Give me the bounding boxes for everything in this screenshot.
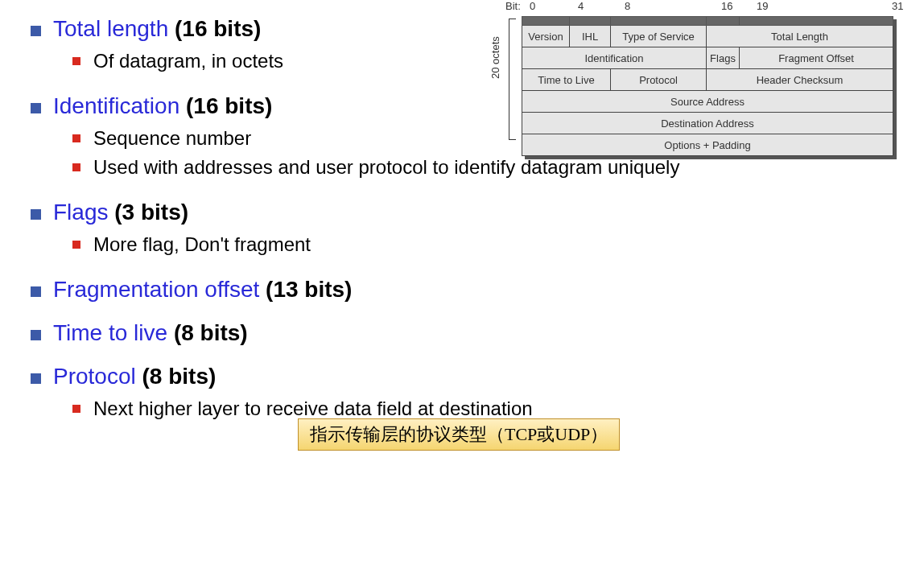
cell-protocol: Protocol [611,69,707,91]
field-bits: (8 bits) [142,364,217,389]
cell-identification: Identification [522,47,707,69]
field-title: Flags [53,200,108,225]
bit-8: 8 [625,0,630,12]
cell-fragment-offset: Fragment Offset [740,47,893,69]
bit-31: 31 [892,0,903,12]
cell-tos: Type of Service [611,26,707,47]
footnote-box: 指示传输层的协议类型（TCP或UDP） [298,418,620,451]
cell-version: Version [522,26,570,47]
field-heading: Fragmentation offset (13 bits) [53,277,900,303]
field-bits: (16 bits) [175,16,261,41]
cell-source-address: Source Address [522,91,893,113]
octet-label: 20 octets [489,36,501,79]
field-subitem: More flag, Don't fragment [72,230,900,259]
bit-label: Bit: [505,0,521,12]
cell-flags: Flags [707,47,740,69]
field-sublist: More flag, Don't fragment [72,230,900,259]
field-bits: (16 bits) [186,93,272,118]
cell-options-padding: Options + Padding [522,134,893,156]
cell-header-checksum: Header Checksum [707,69,893,91]
field-title: Total length [53,16,168,41]
field-title: Protocol [53,364,136,389]
field-heading: Protocol (8 bits) [53,364,900,389]
field-heading: Time to live (8 bits) [53,320,900,346]
cell-destination-address: Destination Address [522,113,893,134]
cell-ihl: IHL [570,26,611,47]
field-item: Time to live (8 bits) [24,320,900,346]
bit-0: 0 [530,0,535,12]
field-subitem: Used with addresses and user protocol to… [72,153,900,182]
field-title: Time to live [53,320,167,345]
cell-total-length: Total Length [707,26,893,47]
field-title: Identification [53,93,179,118]
header-table: Version IHL Type of Service Total Length… [522,16,893,156]
field-bits: (8 bits) [174,320,248,345]
bit-19: 19 [757,0,768,12]
field-bits: (13 bits) [266,277,352,302]
ipv4-header-diagram: Bit: 0 4 8 16 19 31 20 octets Version IH… [491,0,900,156]
octet-bracket [509,19,509,140]
bit-16: 16 [721,0,732,12]
field-item: Flags (3 bits)More flag, Don't fragment [24,200,900,259]
field-item: Fragmentation offset (13 bits) [24,277,900,303]
cell-ttl: Time to Live [522,69,611,91]
field-bits: (3 bits) [114,200,188,225]
field-item: Protocol (8 bits)Next higher layer to re… [24,364,900,423]
bit-4: 4 [578,0,584,12]
field-heading: Flags (3 bits) [53,200,900,225]
field-title: Fragmentation offset [53,277,259,302]
bit-ruler: 0 4 8 16 19 31 [522,0,900,14]
